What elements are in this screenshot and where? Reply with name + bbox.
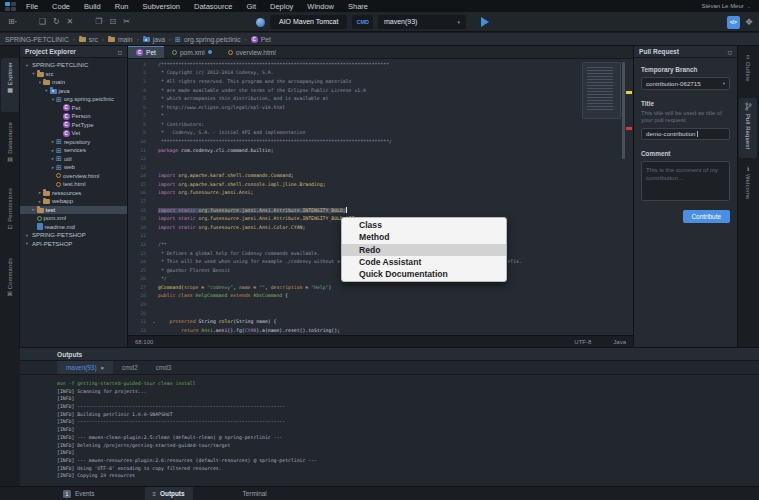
editor-tab-overview-html[interactable]: overview.html [220, 46, 284, 58]
tree-item[interactable]: CVet [20, 129, 127, 138]
tree-chevron-icon[interactable]: ▾ [31, 71, 37, 76]
tree-item[interactable]: ▾API-PETSHOP [20, 240, 127, 249]
breadcrumb-item[interactable]: ⊞org.spring.petclinic [175, 36, 241, 43]
code-preview-button[interactable]: </> [727, 16, 740, 29]
outputs-tab-cmd2[interactable]: cmd2 [113, 361, 147, 374]
dock-tab-outline[interactable]: ≡Outline [739, 50, 757, 94]
minimize-icon[interactable]: ◻ [118, 49, 122, 55]
dock-tab-welcome[interactable]: ℹWelcome [739, 162, 757, 210]
close-icon[interactable]: × [101, 365, 105, 371]
context-menu-item-code-assistant[interactable]: Code Assistant [342, 256, 506, 268]
tree-item[interactable]: CPerson [20, 112, 127, 121]
code-line[interactable]: 1/**************************************… [128, 60, 633, 69]
breadcrumb-item[interactable]: java [143, 36, 165, 43]
tree-item[interactable]: ▾SPRING-PETCLINIC [20, 61, 127, 70]
contribute-button[interactable]: Contribute [683, 210, 731, 223]
tree-item[interactable]: ▾main [20, 78, 127, 87]
refresh-button[interactable]: ↻ [53, 18, 60, 26]
breadcrumb-item[interactable]: CPet [251, 36, 271, 43]
cut-button[interactable]: ✂ [123, 18, 130, 26]
app-logo-icon[interactable] [5, 2, 16, 11]
pr-comment-textarea[interactable]: This is the comment of my contribution..… [641, 161, 730, 201]
tree-item[interactable]: ▸⊞web [20, 163, 127, 172]
tree-item[interactable]: ▾⊞org.spring.petclinic [20, 95, 127, 104]
code-line[interactable]: 31⌄ protected String color(String name) … [128, 317, 633, 326]
tree-chevron-icon[interactable]: ▾ [24, 233, 30, 238]
tree-item[interactable]: test.html [20, 180, 127, 189]
tree-chevron-icon[interactable]: ▸ [31, 207, 37, 212]
bottom-tab-outputs[interactable]: ≡Outputs [145, 487, 193, 500]
code-line[interactable]: 27@Command(scope = "codenvy", name = "",… [128, 283, 633, 292]
runner-selector[interactable]: AIO Maven Tomcat [270, 15, 347, 29]
code-line[interactable]: 6 * http://www.eclipse.org/legal/epl-v10… [128, 103, 633, 112]
code-line[interactable]: 7 * [128, 111, 633, 120]
breadcrumb-item[interactable]: SPRING-PETCLINIC [5, 36, 69, 43]
bottom-tab-terminal[interactable]: Terminal [235, 487, 275, 500]
delete-button[interactable]: ✕ [67, 18, 74, 26]
run-button[interactable] [481, 17, 489, 27]
code-line[interactable]: 11package com.codenvy.cli.command.builti… [128, 146, 633, 155]
context-menu-item-class[interactable]: Class [342, 219, 506, 231]
menu-item-share[interactable]: Share [348, 2, 368, 11]
import-folder-button[interactable]: ❏ [39, 18, 46, 26]
editor-tab-pom-xml[interactable]: pom.xml [164, 46, 220, 58]
code-line[interactable]: 3 * All rights reserved. This program an… [128, 77, 633, 86]
menu-item-datasource[interactable]: Datasource [194, 2, 232, 11]
error-marker[interactable] [626, 127, 632, 130]
editor-tab-Pet[interactable]: CPet [128, 46, 164, 58]
tree-item[interactable]: ▾src [20, 70, 127, 79]
code-line[interactable]: 8 * Contributors: [128, 120, 633, 129]
dock-tab-explorer[interactable]: Explorer▦ [1, 58, 19, 112]
tree-item[interactable]: overview.html [20, 172, 127, 181]
code-line[interactable]: 15import org.apache.karaf.shell.console.… [128, 180, 633, 189]
code-line[interactable]: 13 [128, 163, 633, 172]
menu-item-deploy[interactable]: Deploy [270, 2, 293, 11]
context-menu-item-redo[interactable]: Redo [342, 244, 506, 256]
code-line[interactable]: 10 *************************************… [128, 137, 633, 146]
code-line[interactable]: 4 * are made available under the terms o… [128, 86, 633, 95]
tree-item[interactable]: ▸test [20, 206, 127, 215]
outputs-tab-maven93[interactable]: maven(93)× [57, 361, 113, 374]
menu-item-code[interactable]: Code [52, 2, 70, 11]
code-line[interactable]: 16import org.fusesource.jansi.Ansi; [128, 189, 633, 198]
dock-tab-datasource[interactable]: Datasource▤ [1, 118, 19, 178]
code-area[interactable]: 1/**************************************… [128, 59, 633, 335]
outputs-tab-cmd3[interactable]: cmd3 [147, 361, 181, 374]
menu-item-subversion[interactable]: Subversion [142, 2, 180, 11]
code-line[interactable]: 14import org.apache.karaf.shell.commands… [128, 172, 633, 181]
copy-button[interactable]: ❐ [95, 18, 102, 26]
new-item-button[interactable]: ⊞▾ [8, 18, 17, 26]
menu-item-build[interactable]: Build [84, 2, 101, 11]
branch-select[interactable]: contribution-062715 ▾ [641, 77, 730, 90]
code-line[interactable]: 32 return Ansi.ansi().fg(CYAN).a(name).r… [128, 326, 633, 335]
tree-chevron-icon[interactable]: ▾ [24, 241, 30, 246]
context-menu-item-quick-documentation[interactable]: Quick Documentation [342, 268, 506, 280]
code-line[interactable]: 12 [128, 154, 633, 163]
tree-item[interactable]: ▸ressources [20, 189, 127, 198]
menu-item-run[interactable]: Run [115, 2, 129, 11]
tree-chevron-icon[interactable]: ▾ [24, 63, 30, 68]
tree-item[interactable]: CPet [20, 104, 127, 113]
menu-item-file[interactable]: File [26, 2, 38, 11]
tree-item[interactable]: CPetType [20, 121, 127, 130]
menu-item-git[interactable]: Git [246, 2, 256, 11]
code-line[interactable]: 18import static org.fusesource.jansi.Ans… [128, 206, 633, 215]
code-line[interactable]: 2 * Copyright (c) 2012-2014 Codenvy, S.A… [128, 69, 633, 78]
code-line[interactable]: 29 [128, 300, 633, 309]
code-line[interactable]: 30 [128, 309, 633, 318]
fold-icon[interactable]: ⌄ [150, 319, 158, 324]
code-line[interactable]: 9 * Codenvy, S.A. - initial API and impl… [128, 129, 633, 138]
editor-scrollbar[interactable] [622, 62, 625, 159]
minimize-icon[interactable]: ◻ [728, 49, 732, 55]
bottom-tab-events[interactable]: 1Events [55, 487, 103, 500]
tree-item[interactable]: readme.md [20, 223, 127, 232]
paste-button[interactable]: ⊡ [109, 18, 116, 26]
tree-item[interactable]: ▸webapp [20, 197, 127, 206]
code-line[interactable]: 17 [128, 197, 633, 206]
tree-chevron-icon[interactable]: ▾ [44, 88, 50, 93]
breadcrumb-item[interactable]: main [108, 36, 133, 43]
tree-item[interactable]: ▸⊞services [20, 146, 127, 155]
context-menu-item-method[interactable]: Method [342, 231, 506, 243]
dock-tab-pull-request[interactable]: Pull Request [739, 98, 757, 158]
command-selector[interactable]: maven(93) ▾ [378, 15, 466, 29]
